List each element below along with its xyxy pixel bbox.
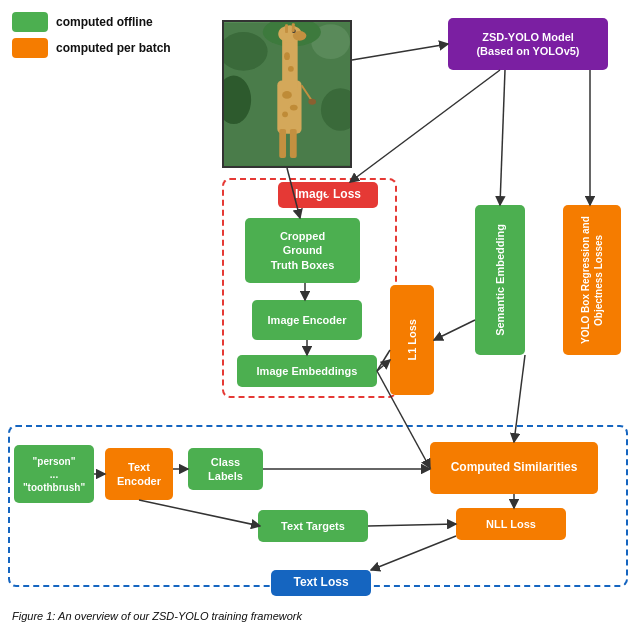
- svg-point-21: [308, 99, 316, 105]
- svg-point-15: [282, 91, 292, 99]
- computed-similarities-node: Computed Similarities: [430, 442, 598, 494]
- diagram: computed offline computed per batch: [0, 0, 640, 626]
- yolo-box-node: YOLO Box Regression and Objectness Losse…: [563, 205, 621, 355]
- svg-rect-12: [292, 23, 295, 32]
- text-targets-label: Text Targets: [281, 519, 345, 533]
- svg-point-17: [282, 111, 288, 117]
- svg-point-19: [288, 66, 294, 72]
- legend-color-batch: [12, 38, 48, 58]
- nll-loss-label: NLL Loss: [486, 517, 536, 531]
- text-targets-node: Text Targets: [258, 510, 368, 542]
- svg-rect-14: [290, 129, 297, 158]
- image-embeddings-label: Image Embeddings: [257, 364, 358, 378]
- cropped-boxes-node: CroppedGroundTruth Boxes: [245, 218, 360, 283]
- text-loss-label: Text Loss: [271, 570, 371, 596]
- zsd-yolo-node: ZSD-YOLO Model(Based on YOLOv5): [448, 18, 608, 70]
- svg-point-16: [290, 105, 298, 111]
- zsd-yolo-label: ZSD-YOLO Model(Based on YOLOv5): [476, 30, 579, 59]
- legend-color-offline: [12, 12, 48, 32]
- semantic-embedding-node: Semantic Embedding: [475, 205, 525, 355]
- nll-loss-node: NLL Loss: [456, 508, 566, 540]
- semantic-embedding-label: Semantic Embedding: [493, 224, 507, 336]
- l1-loss-node: L1 Loss: [390, 285, 434, 395]
- person-text-label: "person"..."toothbrush": [23, 455, 85, 494]
- class-labels-node: ClassLabels: [188, 448, 263, 490]
- svg-line-26: [500, 70, 505, 205]
- computed-similarities-label: Computed Similarities: [451, 460, 578, 476]
- image-encoder-node: Image Encoder: [252, 300, 362, 340]
- legend-label-offline: computed offline: [56, 15, 153, 29]
- cropped-boxes-label: CroppedGroundTruth Boxes: [271, 229, 335, 272]
- giraffe-illustration: [224, 22, 350, 166]
- svg-rect-7: [282, 37, 298, 90]
- legend: computed offline computed per batch: [12, 12, 171, 58]
- image-embeddings-node: Image Embeddings: [237, 355, 377, 387]
- legend-item-offline: computed offline: [12, 12, 171, 32]
- image-encoder-label: Image Encoder: [268, 313, 347, 327]
- yolo-box-label: YOLO Box Regression and Objectness Losse…: [579, 209, 605, 351]
- figure-caption: Figure 1: An overview of our ZSD-YOLO tr…: [12, 610, 302, 622]
- svg-line-32: [434, 320, 475, 340]
- image-loss-label: Image Loss: [278, 182, 378, 208]
- legend-label-batch: computed per batch: [56, 41, 171, 55]
- text-encoder-label: TextEncoder: [117, 460, 161, 489]
- l1-loss-label: L1 Loss: [405, 319, 419, 361]
- person-text-node: "person"..."toothbrush": [14, 445, 94, 503]
- class-labels-label: ClassLabels: [208, 455, 243, 484]
- legend-item-batch: computed per batch: [12, 38, 171, 58]
- svg-point-18: [284, 52, 290, 60]
- text-encoder-node: TextEncoder: [105, 448, 173, 500]
- svg-rect-11: [285, 24, 288, 33]
- svg-rect-13: [279, 129, 286, 158]
- svg-line-25: [350, 70, 500, 182]
- svg-line-24: [352, 44, 448, 60]
- giraffe-image: [222, 20, 352, 168]
